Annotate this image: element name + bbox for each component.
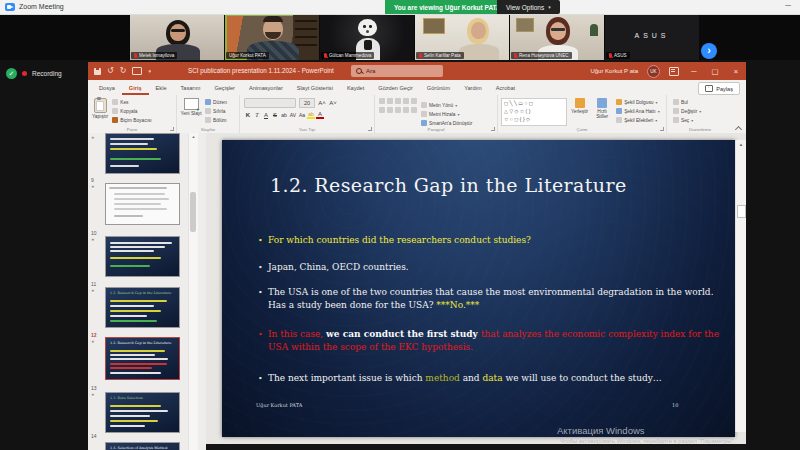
tab-slayt-gosterisi[interactable]: Slayt Gösterisi (290, 80, 340, 95)
select-button[interactable]: Seç▾ (673, 116, 733, 124)
line-spacing-icon[interactable] (411, 98, 417, 104)
align-right-icon[interactable] (395, 107, 401, 113)
editor-scrollbar[interactable]: ▲ (735, 140, 746, 432)
slide-thumbnail-14[interactable]: 1.4. Selection of Analysis Method (105, 442, 180, 450)
change-case-button[interactable]: Aa (298, 112, 306, 118)
align-center-icon[interactable] (387, 107, 393, 113)
grow-font-button[interactable]: A˄ (318, 100, 326, 106)
tab-gecisler[interactable]: Geçişler (207, 80, 242, 95)
ppt-titlebar[interactable]: ↺ ↻ ▾ SCI publication presentation 1.11.… (88, 62, 746, 80)
customize-qat-icon[interactable]: ▾ (148, 65, 151, 77)
align-text-button[interactable]: Metni Hizala▾ (421, 110, 472, 118)
text-direction-button[interactable]: Metin Yönü▾ (421, 101, 472, 109)
decrease-indent-icon[interactable] (395, 98, 401, 104)
tab-acrobat[interactable]: Acrobat (489, 80, 522, 95)
tab-dosya[interactable]: Dosya (92, 80, 122, 95)
slide-thumbnail-12-selected[interactable]: 1.2. Research Gap in the Literature (105, 337, 180, 380)
tab-animasyonlar[interactable]: Animasyonlar (242, 80, 290, 95)
bold-button[interactable]: K (244, 112, 252, 118)
section-button[interactable]: Bölüm (205, 116, 227, 124)
participant-tile-ugur[interactable]: Uğur Korkut PATA (225, 14, 319, 60)
thumbnail-scrollbar[interactable]: ▲ (188, 133, 198, 450)
participant-tile-gulcan[interactable]: Gülcan Mammedova (320, 14, 414, 60)
underline-button[interactable]: A (262, 112, 270, 118)
window-close-button[interactable]: × (730, 67, 742, 76)
collapse-ribbon-icon[interactable] (735, 126, 741, 130)
account-name[interactable]: Uğur Korkut P ata (590, 68, 638, 74)
tab-gorunum[interactable]: Görünüm (420, 80, 457, 95)
scrollbar-thumb[interactable] (737, 205, 746, 218)
meeting-info-shield-icon[interactable]: ✓ (6, 68, 17, 79)
font-name-dropdown[interactable] (244, 98, 296, 108)
font-size-dropdown[interactable]: 20 (299, 98, 315, 108)
participant-tile-selin[interactable]: Selin Karlilar Pata (415, 14, 509, 60)
shape-fill-button[interactable]: Şekil Dolgusu▾ (616, 98, 659, 106)
view-options-button[interactable]: View Options ▾ (497, 0, 560, 14)
current-slide[interactable]: 1.2. Research Gap in the Literature • Fo… (222, 140, 735, 437)
tab-yardim[interactable]: Yardım (457, 80, 489, 95)
slide-thumbnail-9[interactable] (105, 183, 180, 225)
dialog-launcher-icon[interactable] (660, 127, 664, 131)
start-slideshow-icon[interactable] (132, 67, 142, 75)
text-shadow-button[interactable]: ab (280, 112, 288, 118)
tab-giris[interactable]: Giriş (122, 80, 149, 95)
ribbon-tab-bar: Dosya Giriş Ekle Tasarım Geçişler Animas… (88, 80, 746, 96)
quick-styles-button[interactable]: Hızlı Stiller (592, 95, 612, 126)
tab-ekle[interactable]: Ekle (149, 80, 174, 95)
tab-gozden-gecir[interactable]: Gözden Geçir (371, 80, 420, 95)
convert-smartart-button[interactable]: SmartArt'a Dönüştür (421, 119, 472, 127)
scroll-up-icon[interactable]: ▲ (189, 134, 198, 139)
scroll-up-icon[interactable]: ▲ (736, 142, 746, 147)
account-avatar[interactable]: UK (647, 65, 660, 78)
replace-button[interactable]: Değiştir▾ (673, 107, 733, 115)
window-restore-button[interactable]: ▢ (709, 67, 721, 76)
format-painter-button[interactable]: Biçim Boyacısı (112, 116, 151, 124)
slide-thumbnail-8[interactable] (105, 133, 180, 174)
slide-thumbnail-13[interactable]: 1.3. Data Selection (105, 392, 180, 433)
save-icon[interactable] (94, 68, 101, 75)
italic-button[interactable]: T (253, 112, 261, 118)
new-slide-button[interactable]: Yeni Slayt (180, 95, 202, 124)
paste-button[interactable]: Yapıştır (92, 95, 108, 124)
cut-button[interactable]: Kes (112, 98, 151, 106)
scrollbar-thumb[interactable] (190, 192, 196, 232)
tab-kaydet[interactable]: Kaydet (340, 80, 371, 95)
redo-icon[interactable]: ↻ (120, 65, 127, 77)
layout-button[interactable]: Düzen (205, 98, 227, 106)
ribbon-display-options-icon[interactable] (669, 67, 679, 76)
undo-icon[interactable]: ↺ (107, 65, 114, 77)
align-left-icon[interactable] (379, 107, 385, 113)
strikethrough-button[interactable]: S (271, 112, 279, 118)
find-button[interactable]: Bul (673, 98, 733, 106)
dialog-launcher-icon[interactable] (491, 127, 495, 131)
character-spacing-button[interactable]: AV (289, 112, 297, 118)
columns-icon[interactable] (411, 107, 417, 113)
next-participants-button[interactable]: › (701, 43, 717, 59)
dialog-launcher-icon[interactable] (170, 127, 174, 131)
search-box[interactable]: Ara (351, 65, 443, 77)
minimize-icon[interactable]: ─ (785, 1, 791, 10)
window-minimize-button[interactable]: ─ (688, 67, 700, 76)
shrink-font-button[interactable]: A˅ (329, 100, 337, 106)
highlight-color-button[interactable]: ab (307, 111, 315, 119)
shapes-gallery[interactable]: ◻ ╲ ╲ ▭ ○ ◻ △ ▽ ◇ ☆ ( ) ☆ ○ ◻ { } ◇ (501, 98, 567, 126)
justify-icon[interactable] (403, 107, 409, 113)
participant-tile-rena[interactable]: Rena Huseynova UNEC (510, 14, 604, 60)
shape-outline-button[interactable]: Şekil Ana Hattı▾ (616, 107, 659, 115)
copy-button[interactable]: Kopyala (112, 107, 151, 115)
bullets-icon[interactable] (379, 98, 385, 104)
tab-tasarim[interactable]: Tasarım (174, 80, 208, 95)
participant-tile-melek[interactable]: Melek Ismayilova (130, 14, 224, 60)
arrange-button[interactable]: Yerleştir (571, 95, 588, 126)
reset-button[interactable]: Sıfırla (205, 107, 227, 115)
shape-effects-button[interactable]: Şekil Efektleri▾ (616, 116, 659, 124)
font-color-button[interactable]: A (316, 111, 324, 119)
dialog-launcher-icon[interactable] (368, 127, 372, 131)
participant-tile-asus[interactable]: ASUS ASUS (605, 14, 699, 60)
increase-indent-icon[interactable] (403, 98, 409, 104)
share-document-button[interactable]: Paylaş (698, 82, 740, 95)
mic-muted-icon (514, 53, 517, 58)
slide-thumbnail-10[interactable] (105, 236, 180, 277)
numbering-icon[interactable] (387, 98, 393, 104)
slide-thumbnail-11[interactable]: 1.2. Research Gap in the Literature (105, 287, 180, 328)
